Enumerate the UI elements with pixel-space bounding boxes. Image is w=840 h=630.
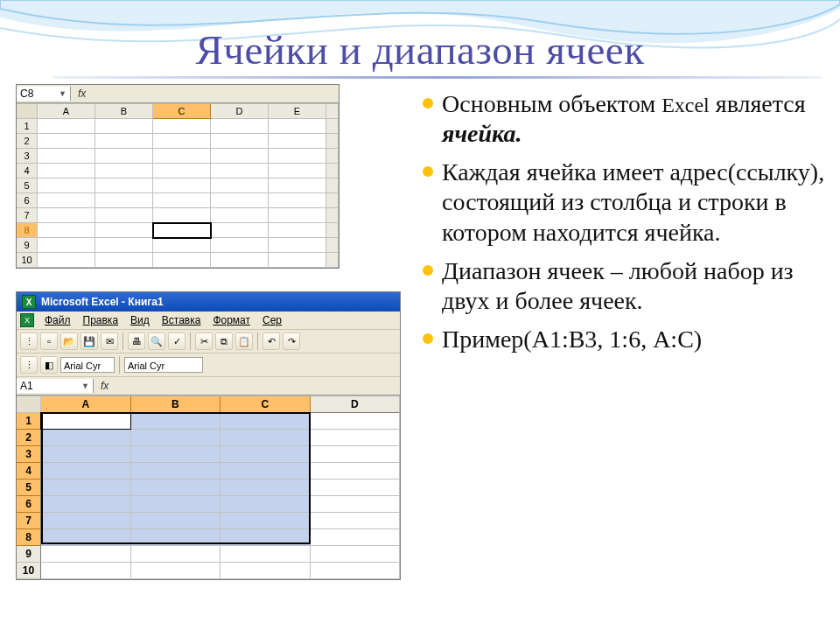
cell[interactable] [38, 208, 95, 223]
menu-edit[interactable]: Правка [78, 313, 124, 327]
row-header[interactable]: 6 [17, 193, 38, 208]
cell[interactable] [269, 164, 326, 178]
column-header[interactable]: D [311, 396, 401, 413]
cell[interactable] [153, 178, 211, 193]
menu-file[interactable]: Файл [39, 313, 76, 327]
cell[interactable] [220, 563, 311, 579]
cell[interactable] [41, 513, 131, 529]
mail-button[interactable]: ✉ [101, 332, 118, 350]
cell[interactable] [311, 546, 401, 563]
row-header[interactable]: 2 [17, 134, 38, 149]
cell[interactable] [220, 463, 311, 480]
cell[interactable] [95, 164, 153, 178]
cell[interactable] [211, 208, 269, 223]
row-header[interactable]: 2 [17, 430, 41, 446]
cell[interactable] [153, 238, 211, 253]
column-header[interactable]: A [41, 396, 131, 413]
cell[interactable] [41, 496, 131, 513]
cell[interactable] [269, 193, 326, 208]
column-header[interactable]: B [131, 396, 221, 413]
row-header[interactable]: 3 [17, 446, 41, 463]
cell[interactable] [95, 149, 153, 164]
row-header[interactable]: 8 [17, 529, 41, 546]
cell[interactable] [38, 223, 95, 238]
cell[interactable] [38, 178, 95, 193]
row-header[interactable]: 5 [17, 480, 41, 496]
cell[interactable] [269, 208, 326, 223]
row-header[interactable]: 4 [17, 164, 38, 178]
cell[interactable] [220, 546, 311, 563]
row-header[interactable]: 7 [17, 208, 38, 223]
cell[interactable] [41, 546, 131, 563]
cell[interactable] [211, 238, 269, 253]
cell[interactable] [95, 223, 153, 238]
cell[interactable] [220, 413, 311, 430]
cell[interactable] [38, 253, 95, 268]
open-button[interactable]: 📂 [60, 332, 78, 350]
save-button[interactable]: 💾 [80, 332, 98, 350]
cell[interactable] [95, 253, 153, 268]
row-header[interactable]: 10 [17, 253, 38, 268]
paste-button[interactable]: 📋 [235, 332, 253, 350]
cell[interactable] [41, 563, 131, 579]
copy-button[interactable]: ⧉ [215, 332, 233, 350]
cell[interactable] [153, 223, 211, 238]
cell[interactable] [153, 253, 211, 268]
cell[interactable] [153, 164, 211, 178]
redo-button[interactable]: ↷ [283, 332, 300, 350]
cell[interactable] [311, 529, 401, 546]
cell[interactable] [153, 134, 211, 149]
row-header[interactable]: 5 [17, 178, 38, 193]
cell[interactable] [220, 529, 311, 546]
cell[interactable] [38, 238, 95, 253]
cell[interactable] [131, 563, 221, 579]
cell[interactable] [95, 178, 153, 193]
cell[interactable] [269, 149, 326, 164]
cell[interactable] [38, 134, 95, 149]
cell[interactable] [41, 529, 131, 546]
cell[interactable] [269, 178, 326, 193]
row-header[interactable]: 9 [17, 546, 41, 563]
cell[interactable] [95, 208, 153, 223]
menu-view[interactable]: Вид [125, 313, 155, 327]
cell[interactable] [131, 446, 221, 463]
menu-service[interactable]: Сер [257, 313, 287, 327]
cell[interactable] [153, 149, 211, 164]
cell[interactable] [131, 430, 221, 446]
toolbar-handle-icon[interactable]: ⋮ [20, 356, 38, 374]
cell[interactable] [220, 446, 311, 463]
cell[interactable] [211, 193, 269, 208]
toolbar-handle-icon[interactable]: ⋮ [20, 332, 38, 350]
cell[interactable] [311, 413, 401, 430]
row-header[interactable]: 1 [17, 413, 41, 430]
cell[interactable] [311, 430, 401, 446]
cell[interactable] [211, 164, 269, 178]
cut-button[interactable]: ✂ [195, 332, 213, 350]
cell[interactable] [41, 430, 131, 446]
cell[interactable] [41, 463, 131, 480]
cell[interactable] [211, 223, 269, 238]
cell[interactable] [41, 413, 131, 430]
cell[interactable] [211, 253, 269, 268]
print-button[interactable]: 🖶 [128, 332, 145, 350]
row-header[interactable]: 7 [17, 513, 41, 529]
new-button[interactable]: ▫ [40, 332, 58, 350]
name-box[interactable]: A1 ▼ [17, 379, 94, 393]
menu-format[interactable]: Формат [207, 313, 256, 327]
preview-button[interactable]: 🔍 [148, 332, 165, 350]
row-header[interactable]: 9 [17, 238, 38, 253]
cell[interactable] [220, 480, 311, 496]
cell[interactable] [220, 496, 311, 513]
cell[interactable] [153, 193, 211, 208]
font-select[interactable]: Arial Cyr [60, 357, 115, 373]
cell[interactable] [131, 496, 221, 513]
cell[interactable] [311, 446, 401, 463]
cell[interactable] [269, 238, 326, 253]
cell[interactable] [220, 513, 311, 529]
cell[interactable] [131, 413, 221, 430]
cell[interactable] [131, 529, 221, 546]
cell[interactable] [131, 463, 221, 480]
menu-insert[interactable]: Вставка [157, 313, 206, 327]
undo-button[interactable]: ↶ [262, 332, 280, 350]
font-name-select[interactable]: Arial Cyr [124, 357, 203, 373]
